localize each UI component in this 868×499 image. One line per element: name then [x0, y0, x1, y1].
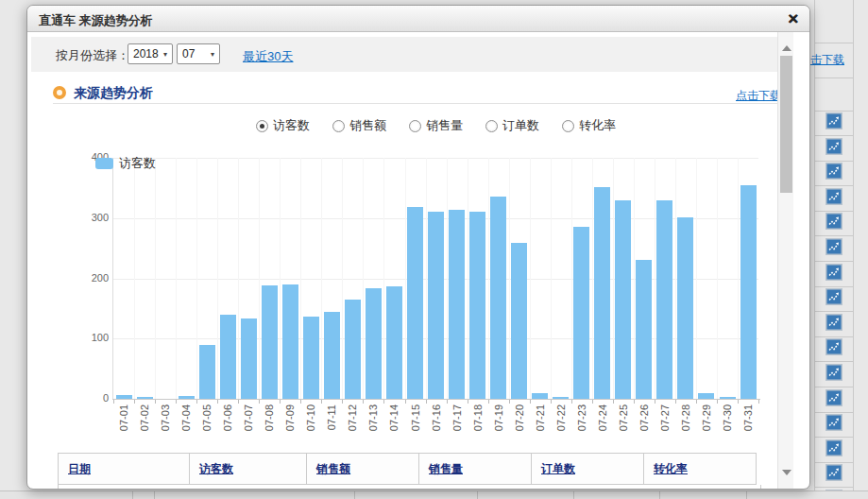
- x-axis-tick: [613, 400, 614, 404]
- trend-line-icon[interactable]: [825, 138, 842, 159]
- trend-line-icon[interactable]: [825, 264, 842, 284]
- trend-line-icon[interactable]: [825, 414, 842, 435]
- bg-table-row: [814, 186, 853, 212]
- chart-bar: [553, 397, 569, 399]
- x-axis-tick: [675, 400, 676, 404]
- trend-line-icon[interactable]: [825, 238, 842, 259]
- gridline: [551, 158, 552, 399]
- x-axis-tick: [696, 400, 697, 404]
- x-axis-tick: [176, 400, 177, 404]
- year-select-value: 2018: [133, 47, 159, 60]
- metric-radio-销售额[interactable]: 销售额: [332, 117, 386, 134]
- x-axis-label: 07-03: [160, 404, 171, 437]
- section-divider: [53, 103, 781, 104]
- chevron-down-icon: ▾: [211, 50, 214, 59]
- gridline: [113, 158, 758, 159]
- bg-table-row: [814, 111, 853, 136]
- radio-label: 销售量: [426, 117, 463, 134]
- table-header-销售额[interactable]: 销售额: [306, 453, 419, 485]
- radio-icon[interactable]: [409, 120, 421, 132]
- x-axis-label: 07-08: [264, 404, 275, 437]
- gridline: [383, 158, 384, 399]
- trend-line-icon[interactable]: [825, 314, 842, 335]
- bg-table-row: [814, 262, 853, 287]
- gridline: [717, 158, 718, 399]
- scrollbar-thumb[interactable]: [780, 56, 792, 193]
- trend-line-icon[interactable]: [825, 464, 842, 485]
- table-row: [58, 485, 761, 490]
- metric-radio-订单数[interactable]: 订单数: [485, 117, 539, 134]
- radio-label: 订单数: [502, 117, 539, 134]
- bg-table-border: [477, 491, 478, 499]
- gridline: [259, 158, 260, 399]
- bg-table-border: [853, 0, 854, 499]
- radio-icon[interactable]: [332, 120, 345, 132]
- scroll-down-icon[interactable]: [782, 470, 791, 475]
- trend-line-icon[interactable]: [825, 213, 842, 233]
- x-axis-label: 07-07: [243, 404, 254, 437]
- chevron-down-icon: ▾: [163, 50, 167, 59]
- table-header-日期[interactable]: 日期: [58, 453, 190, 485]
- metric-radio-转化率[interactable]: 转化率: [562, 117, 616, 134]
- trend-line-icon[interactable]: [825, 163, 842, 183]
- trend-analysis-dialog: 直通车 来源趋势分析 × 按月份选择： 2018 ▾ 07 ▾ 最近30天 来源…: [26, 5, 810, 490]
- metric-radio-group: 访客数销售额销售量订单数转化率: [113, 118, 758, 133]
- bg-table-row: [814, 211, 853, 236]
- month-select[interactable]: 07 ▾: [177, 43, 220, 64]
- gridline: [405, 158, 406, 399]
- download-link[interactable]: 点击下载: [736, 88, 781, 104]
- x-axis-tick: [217, 400, 218, 404]
- chart-bar: [262, 285, 278, 399]
- x-axis-label: 07-06: [222, 404, 233, 437]
- metric-radio-销售量[interactable]: 销售量: [409, 117, 463, 134]
- year-select[interactable]: 2018 ▾: [128, 43, 173, 64]
- chart-bar: [386, 286, 402, 399]
- chart-bar: [677, 217, 693, 399]
- gridline: [196, 158, 197, 399]
- dialog-scrollbar[interactable]: [777, 32, 793, 489]
- trend-line-icon[interactable]: [825, 112, 842, 133]
- gridline: [509, 158, 510, 399]
- x-axis-label: 07-02: [139, 404, 150, 437]
- gridline: [342, 158, 343, 399]
- x-axis-tick: [155, 400, 156, 404]
- table-header-订单数[interactable]: 订单数: [531, 453, 644, 485]
- x-axis-label: 07-23: [576, 404, 587, 437]
- trend-line-icon[interactable]: [825, 338, 842, 359]
- gridline: [613, 158, 614, 399]
- trend-line-icon[interactable]: [825, 389, 842, 410]
- trend-line-icon[interactable]: [825, 364, 842, 385]
- bg-table-border: [573, 491, 574, 499]
- table-header-销售量[interactable]: 销售量: [418, 453, 532, 485]
- gridline: [530, 158, 531, 399]
- x-axis-tick: [551, 400, 552, 404]
- bg-table-row: [814, 161, 853, 186]
- radio-icon[interactable]: [562, 120, 574, 132]
- trend-line-icon[interactable]: [825, 188, 842, 209]
- table-header-访客数[interactable]: 访客数: [189, 453, 307, 485]
- x-axis-label: 07-27: [659, 404, 671, 437]
- close-icon[interactable]: ×: [788, 9, 798, 29]
- dialog-titlebar[interactable]: 直通车 来源趋势分析 ×: [27, 6, 809, 32]
- x-axis-label: 07-04: [180, 404, 192, 437]
- metric-radio-访客数[interactable]: 访客数: [256, 117, 310, 134]
- gridline: [571, 158, 572, 399]
- gridline: [675, 158, 676, 399]
- recent-30-days-link[interactable]: 最近30天: [243, 48, 293, 65]
- chart-bar: [137, 397, 153, 399]
- trend-line-icon[interactable]: [825, 288, 842, 309]
- x-axis-tick: [342, 400, 343, 404]
- bg-table-row: [814, 462, 853, 488]
- trend-line-icon[interactable]: [825, 439, 842, 460]
- y-axis-tick-label: 100: [73, 332, 109, 343]
- x-axis-tick: [113, 400, 114, 404]
- radio-icon[interactable]: [485, 120, 498, 132]
- x-axis-label: 07-11: [326, 404, 337, 437]
- gridline: [696, 158, 697, 399]
- x-axis-label: 07-31: [742, 404, 754, 437]
- bg-table-row: [814, 387, 853, 413]
- radio-selected-icon[interactable]: [256, 120, 268, 132]
- gridline: [280, 158, 281, 399]
- table-header-转化率[interactable]: 转化率: [643, 453, 757, 485]
- scroll-up-icon[interactable]: [782, 45, 791, 51]
